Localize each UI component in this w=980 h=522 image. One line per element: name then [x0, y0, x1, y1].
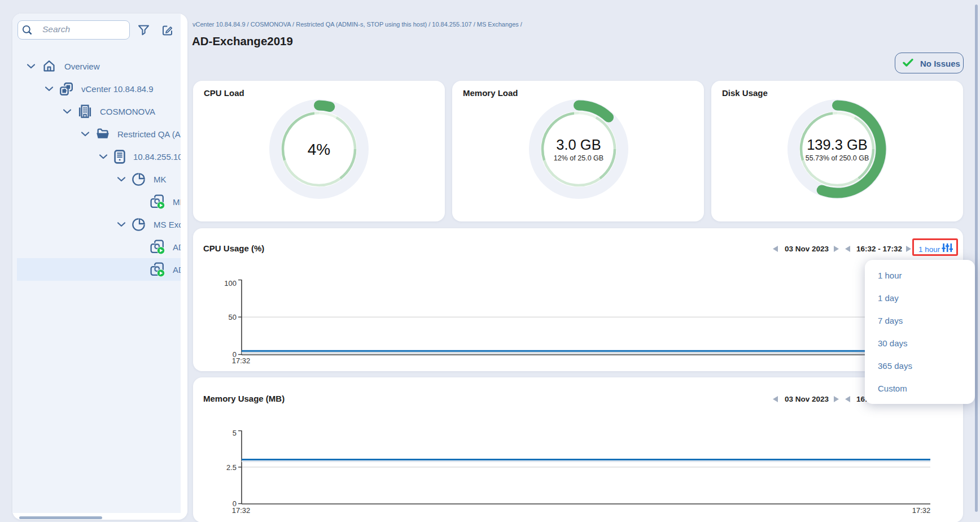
svg-text:55.73% of 250.0 GB: 55.73% of 250.0 GB [806, 154, 869, 162]
svg-text:4%: 4% [308, 141, 330, 158]
svg-text:17:32: 17:32 [232, 356, 251, 365]
svg-text:2.5: 2.5 [226, 463, 237, 472]
svg-text:100: 100 [224, 279, 237, 288]
svg-text:50: 50 [229, 313, 237, 321]
svg-text:12% of 25.0 GB: 12% of 25.0 GB [554, 154, 603, 162]
svg-text:139.3 GB: 139.3 GB [807, 137, 868, 153]
svg-text:17:32: 17:32 [912, 506, 931, 515]
svg-text:17:32: 17:32 [232, 506, 251, 515]
svg-text:3.0 GB: 3.0 GB [556, 137, 601, 153]
svg-text:5: 5 [233, 429, 237, 437]
